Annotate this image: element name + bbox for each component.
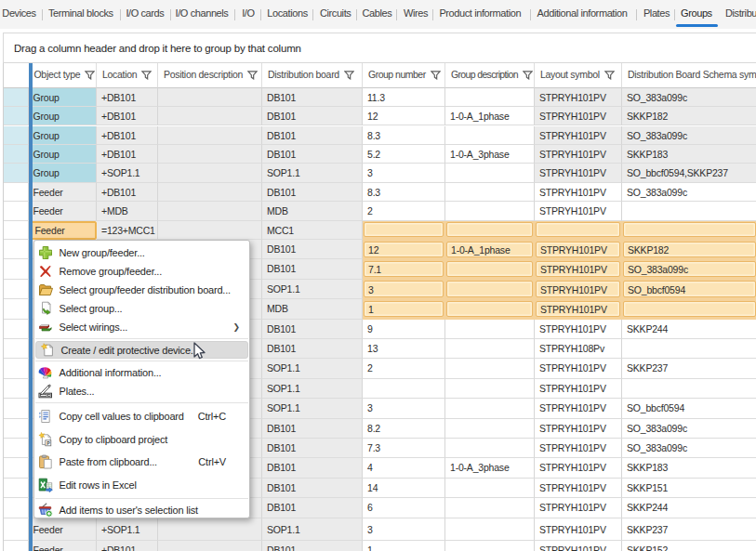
svg-text:P: P: [46, 439, 50, 445]
